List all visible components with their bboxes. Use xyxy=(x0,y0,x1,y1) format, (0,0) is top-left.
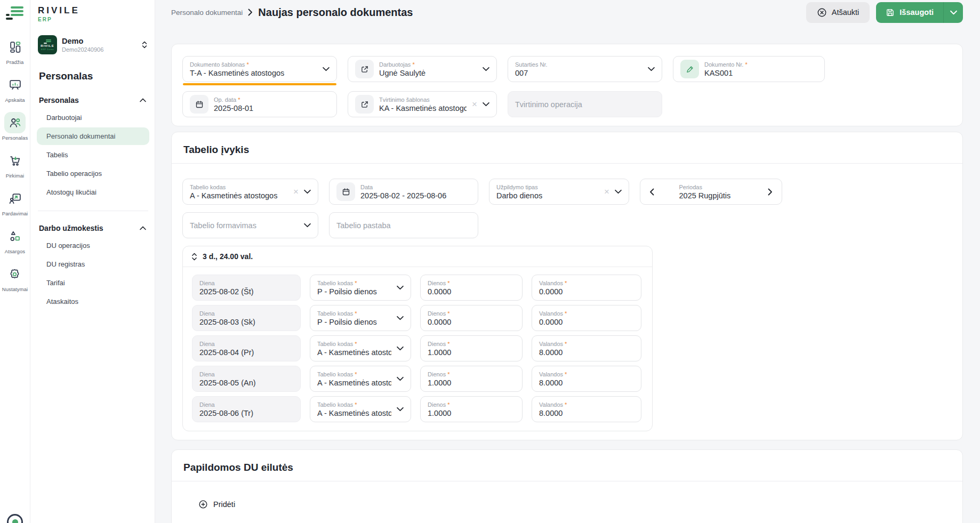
table-row: Diena2025-08-02 (Št) Tabelio kodasP - Po… xyxy=(192,275,643,301)
external-link-icon[interactable] xyxy=(355,95,374,114)
brand-sub: ERP xyxy=(38,17,149,22)
du-eilutes-card: Papildomos DU eilutės Pridėti xyxy=(171,449,963,523)
rail-item-nustatymai[interactable]: Nustatymai xyxy=(2,263,28,292)
pencil-icon[interactable] xyxy=(680,60,699,78)
clear-icon[interactable]: × xyxy=(293,187,299,196)
chevron-down-icon[interactable] xyxy=(397,316,404,320)
rail-item-atsargos[interactable]: Atsargos xyxy=(4,226,26,254)
help-button[interactable] xyxy=(7,514,23,523)
tabelio-kodas-select[interactable]: Tabelio kodas A - Kasmetinės atostogos × xyxy=(182,179,318,205)
rail-item-pardavimai[interactable]: Pardavimai xyxy=(2,188,28,216)
sidebar-item-tabelis[interactable]: Tabelis xyxy=(37,146,149,164)
rail-label: Personalas xyxy=(2,135,28,141)
dienos-input[interactable]: Dienos0.0000 xyxy=(420,275,523,301)
chevron-down-icon[interactable] xyxy=(615,189,622,194)
dienos-input[interactable]: Dienos1.0000 xyxy=(420,366,523,392)
table-row: Diena2025-08-05 (An) Tabelio kodasA - Ka… xyxy=(192,366,643,392)
tabelio-kodas-select[interactable]: Tabelio kodasA - Kasmetinės atostogos xyxy=(310,366,411,392)
section-personalas[interactable]: Personalas xyxy=(37,93,149,108)
add-du-row-button[interactable]: Pridėti xyxy=(198,500,235,509)
tabelio-kodas-select[interactable]: Tabelio kodasP - Poilsio dienos xyxy=(310,275,411,301)
periodas-navigator: Periodas 2025 Rugpjūtis xyxy=(640,179,782,205)
chevron-down-icon[interactable] xyxy=(304,223,311,228)
sutarties-nr-select[interactable]: Sutarties Nr. 007 xyxy=(508,56,662,82)
darbuotojas-select[interactable]: Darbuotojas Ugnė Saulytė xyxy=(348,56,497,82)
rail-item-pradzia[interactable]: Pradžia xyxy=(4,36,26,65)
rail-item-pirkimai[interactable]: Pirkimai xyxy=(4,150,26,179)
dokumento-sablonas-select[interactable]: Dokumento šablonas T-A - Kasmetinės atos… xyxy=(182,56,337,82)
diena-field: Diena2025-08-04 (Pr) xyxy=(192,335,301,361)
sidebar-item-du-operacijos[interactable]: DU operacijos xyxy=(37,237,149,254)
dienos-input[interactable]: Dienos1.0000 xyxy=(420,335,523,361)
diena-field: Diena2025-08-02 (Št) xyxy=(192,275,301,301)
uzpildymo-tipas-select[interactable]: Užpildymo tipas Darbo dienos × xyxy=(489,179,629,205)
section-darbo-uzmokestis[interactable]: Darbo užmokestis xyxy=(37,221,149,236)
chevron-down-icon[interactable] xyxy=(483,102,489,107)
rail-item-apskaita[interactable]: Apskaita xyxy=(4,74,26,103)
rail-item-personalas[interactable]: Personalas xyxy=(2,112,28,141)
dokumento-nr-input[interactable]: Dokumento Nr. KAS001 xyxy=(673,56,825,82)
divider xyxy=(38,211,148,211)
section-title: Papildomos DU eilutės xyxy=(182,458,952,481)
tabelio-kodas-select[interactable]: Tabelio kodasA - Kasmetinės atostogos xyxy=(310,335,411,361)
tabelio-ivykis-card: Tabelio įvykis Tabelio kodas A - Kasmeti… xyxy=(171,132,963,440)
sort-icon[interactable] xyxy=(191,253,197,261)
valandos-input[interactable]: Valandos8.0000 xyxy=(532,366,641,392)
table-row: Diena2025-08-03 (Sk) Tabelio kodasP - Po… xyxy=(192,305,643,331)
tabelio-pastaba-input[interactable]: Tabelio pastaba xyxy=(329,212,478,238)
chevron-down-icon[interactable] xyxy=(304,189,311,194)
external-link-icon[interactable] xyxy=(355,60,374,78)
sidebar-item-personalo-dokumentai[interactable]: Personalo dokumentai xyxy=(37,127,149,145)
calendar-icon[interactable] xyxy=(336,182,355,201)
cart-icon xyxy=(4,150,26,171)
people-icon xyxy=(4,112,26,133)
valandos-input[interactable]: Valandos0.0000 xyxy=(532,275,641,301)
sidebar: RIVILE ERP RIVILE ERP Demo Demo Demo2024… xyxy=(30,0,155,523)
rows-summary: 3 d., 24.00 val. xyxy=(203,252,253,261)
chevron-down-icon[interactable] xyxy=(397,407,404,412)
data-range-datepicker[interactable]: Data 2025-08-02 - 2025-08-06 xyxy=(329,179,478,205)
tabelio-formavimas-select[interactable]: Tabelio formavimas xyxy=(182,212,318,238)
shapes-icon xyxy=(4,226,26,247)
tvirtinimo-sablonas-select[interactable]: Tvirtinimo šablonas KA - Kasmetinės atos… xyxy=(348,91,497,117)
tabelio-kodas-select[interactable]: Tabelio kodasP - Poilsio dienos xyxy=(310,305,411,331)
chevron-down-icon[interactable] xyxy=(323,67,330,71)
sales-icon xyxy=(4,188,26,209)
dienos-input[interactable]: Dienos1.0000 xyxy=(420,396,523,422)
valandos-input[interactable]: Valandos8.0000 xyxy=(532,396,641,422)
chevron-down-icon[interactable] xyxy=(483,67,489,71)
calendar-icon[interactable] xyxy=(190,95,208,114)
workspace-switcher[interactable]: RIVILE ERP Demo Demo Demo20240906 xyxy=(37,33,149,57)
table-row: Diena2025-08-06 (Tr) Tabelio kodasA - Ka… xyxy=(192,396,643,422)
diena-field: Diena2025-08-06 (Tr) xyxy=(192,396,301,422)
dienos-input[interactable]: Dienos0.0000 xyxy=(420,305,523,331)
clear-icon[interactable]: × xyxy=(604,187,609,196)
breadcrumb-parent[interactable]: Personalo dokumentai xyxy=(171,9,243,17)
op-data-datepicker[interactable]: Op. data 2025-08-01 xyxy=(182,91,337,117)
module-title: Personalas xyxy=(39,70,149,82)
table-row: Diena2025-08-04 (Pr) Tabelio kodasA - Ka… xyxy=(192,335,643,361)
sidebar-item-tarifai[interactable]: Tarifai xyxy=(37,274,149,292)
cancel-button[interactable]: Atšaukti xyxy=(806,2,870,23)
save-options-button[interactable] xyxy=(943,2,963,23)
divider xyxy=(172,481,962,481)
chevron-down-icon[interactable] xyxy=(397,376,404,381)
chevron-down-icon[interactable] xyxy=(397,346,404,351)
chevron-down-icon[interactable] xyxy=(397,285,404,290)
valandos-input[interactable]: Valandos8.0000 xyxy=(532,335,641,361)
rail-label: Apskaita xyxy=(5,97,25,103)
save-button[interactable]: Išsaugoti xyxy=(876,2,943,23)
expand-icon xyxy=(141,41,148,49)
previous-period-button[interactable] xyxy=(647,186,656,198)
sidebar-item-atostogu-likuciai[interactable]: Atostogų likučiai xyxy=(37,183,149,201)
tabelio-kodas-select[interactable]: Tabelio kodasA - Kasmetinės atostogos xyxy=(310,396,411,422)
clear-icon[interactable]: × xyxy=(472,100,477,109)
sidebar-item-darbuotojai[interactable]: Darbuotojai xyxy=(37,109,149,126)
sidebar-item-ataskaitos[interactable]: Ataskaitos xyxy=(37,293,149,310)
chevron-down-icon[interactable] xyxy=(648,67,655,71)
rivile-logo-icon xyxy=(6,5,24,21)
valandos-input[interactable]: Valandos0.0000 xyxy=(532,305,641,331)
next-period-button[interactable] xyxy=(766,186,775,198)
sidebar-item-du-registras[interactable]: DU registras xyxy=(37,255,149,273)
sidebar-item-tabelio-operacijos[interactable]: Tabelio operacijos xyxy=(37,165,149,182)
